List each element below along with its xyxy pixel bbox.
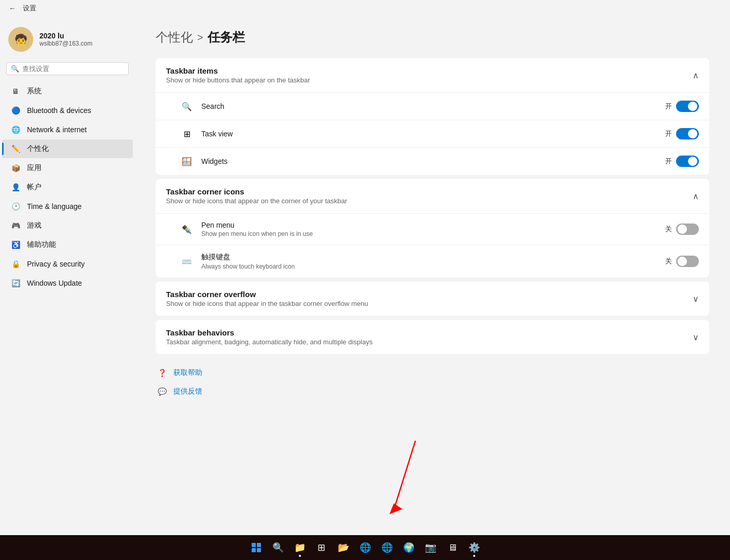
- toggle-thumb-widgets: [688, 157, 697, 166]
- section-taskbar-behaviors: Taskbar behaviors Taskbar alignment, bad…: [156, 320, 709, 354]
- search-icon: 🔍: [11, 65, 19, 73]
- content-area: 个性化 > 任务栏 Taskbar items Show or hide but…: [135, 17, 730, 535]
- setting-right-search: 开: [665, 101, 699, 112]
- section-header-taskbar-items[interactable]: Taskbar items Show or hide buttons that …: [156, 58, 709, 92]
- section-header-taskbar-behaviors[interactable]: Taskbar behaviors Taskbar alignment, bad…: [156, 320, 709, 354]
- help-links: ❓ 获取帮助 💬 提供反馈: [156, 367, 709, 398]
- section-taskbar-items: Taskbar items Show or hide buttons that …: [156, 58, 709, 175]
- sidebar-item-update[interactable]: 🔄 Windows Update: [2, 274, 133, 292]
- taskbar-btn-file-explorer[interactable]: 📂: [333, 537, 354, 558]
- toggle-thumb-pen-menu: [678, 225, 687, 234]
- help-link-feedback[interactable]: 💬 提供反馈: [156, 385, 709, 398]
- taskbar-btn-browser-edge[interactable]: 🌐: [355, 537, 376, 558]
- sidebar-item-apps[interactable]: 📦 应用: [2, 159, 133, 177]
- taskbar-btn-app1[interactable]: 🌍: [398, 537, 419, 558]
- sections-container: Taskbar items Show or hide buttons that …: [156, 58, 709, 354]
- help-label-get-help: 获取帮助: [173, 368, 202, 377]
- toggle-label-search: 开: [665, 102, 672, 111]
- toggle-taskview[interactable]: [676, 128, 699, 139]
- toggle-label-taskview: 开: [665, 129, 672, 138]
- sidebar-item-bluetooth[interactable]: 🔵 Bluetooth & devices: [2, 101, 133, 120]
- toggle-thumb-touch-keyboard: [678, 257, 687, 266]
- toggle-label-pen-menu: 关: [665, 225, 672, 234]
- taskbar-btn-files-active[interactable]: 📁: [290, 537, 310, 558]
- taskbar-icon-chrome: 🌐: [381, 542, 393, 553]
- search-box[interactable]: 🔍: [6, 62, 129, 75]
- sidebar: 🧒 2020 lu wslbb87@163.com 🔍 🖥 系统 🔵 Bluet…: [0, 17, 135, 535]
- setting-icon-widgets: 🪟: [181, 155, 193, 167]
- back-button[interactable]: ←: [6, 2, 19, 15]
- nav-icon-gaming: 🎮: [10, 220, 21, 231]
- user-profile: 🧒 2020 lu wslbb87@163.com: [0, 21, 135, 62]
- toggle-touch-keyboard[interactable]: [676, 256, 699, 267]
- setting-right-taskview: 开: [665, 128, 699, 139]
- nav-icon-personalization: ✏️: [10, 144, 21, 154]
- nav-label-accounts: 帐户: [27, 183, 42, 192]
- section-subtitle-taskbar-corner-icons: Show or hide icons that appear on the co…: [166, 197, 347, 205]
- taskbar-icon-browser-edge: 🌐: [360, 542, 371, 553]
- nav-icon-system: 🖥: [10, 86, 21, 96]
- section-body-taskbar-corner-icons: ✒️ Pen menu Show pen menu icon when pen …: [156, 213, 709, 277]
- nav-icon-apps: 📦: [10, 163, 21, 173]
- windows-logo-icon: [252, 543, 261, 552]
- taskbar-btn-settings-app[interactable]: ⚙️: [464, 537, 485, 558]
- setting-text-touch-keyboard: 触摸键盘 Always show touch keyboard icon: [201, 253, 659, 270]
- breadcrumb-parent: 个性化: [156, 29, 193, 46]
- toggle-thumb-search: [688, 102, 697, 111]
- user-info: 2020 lu wslbb87@163.com: [39, 32, 92, 47]
- sidebar-item-privacy[interactable]: 🔒 Privacy & security: [2, 255, 133, 273]
- section-header-taskbar-corner-overflow[interactable]: Taskbar corner overflow Show or hide ico…: [156, 282, 709, 316]
- toggle-pen-menu[interactable]: [676, 223, 699, 235]
- setting-row-widgets: 🪟 Widgets 开: [156, 147, 709, 175]
- section-body-taskbar-items: 🔍 Search 开 ⊞ Task view 开: [156, 92, 709, 175]
- taskbar-icon-search: 🔍: [272, 542, 284, 553]
- user-name: 2020 lu: [39, 32, 92, 40]
- section-subtitle-taskbar-corner-overflow: Show or hide icons that appear in the ta…: [166, 300, 368, 307]
- setting-label-taskview: Task view: [201, 130, 659, 138]
- taskbar-icon-app3: 🖥: [448, 542, 457, 553]
- nav-icon-accessibility: ♿: [10, 240, 21, 250]
- toggle-search[interactable]: [676, 101, 699, 112]
- taskbar-btn-app3[interactable]: 🖥: [442, 537, 463, 558]
- section-title-taskbar-corner-overflow: Taskbar corner overflow: [166, 290, 368, 299]
- chevron-taskbar-corner-icons: ∧: [693, 191, 699, 201]
- setting-label-pen-menu: Pen menu: [201, 221, 659, 229]
- taskbar-btn-search[interactable]: 🔍: [268, 537, 288, 558]
- toggle-label-widgets: 开: [665, 157, 672, 166]
- sidebar-item-accessibility[interactable]: ♿ 辅助功能: [2, 235, 133, 254]
- section-header-left-taskbar-items: Taskbar items Show or hide buttons that …: [166, 66, 310, 84]
- nav-icon-update: 🔄: [10, 278, 21, 288]
- setting-text-search: Search: [201, 102, 659, 110]
- help-link-get-help[interactable]: ❓ 获取帮助: [156, 367, 709, 379]
- nav-label-network: Network & internet: [27, 125, 87, 134]
- setting-label-touch-keyboard: 触摸键盘: [201, 253, 659, 262]
- sidebar-item-system[interactable]: 🖥 系统: [2, 82, 133, 101]
- breadcrumb-current: 任务栏: [208, 29, 245, 46]
- taskbar-btn-app2[interactable]: 📷: [420, 537, 441, 558]
- nav-label-privacy: Privacy & security: [27, 260, 85, 268]
- search-input[interactable]: [22, 65, 124, 73]
- chevron-taskbar-behaviors: ∨: [693, 332, 699, 342]
- sidebar-item-gaming[interactable]: 🎮 游戏: [2, 216, 133, 235]
- help-icon-get-help: ❓: [156, 367, 168, 379]
- chevron-taskbar-corner-overflow: ∨: [693, 294, 699, 304]
- taskbar-btn-start[interactable]: [246, 537, 267, 558]
- nav-label-personalization: 个性化: [27, 144, 49, 153]
- setting-icon-search: 🔍: [181, 100, 193, 113]
- taskbar-btn-chrome[interactable]: 🌐: [377, 537, 397, 558]
- nav-label-system: 系统: [27, 87, 42, 96]
- main-layout: 🧒 2020 lu wslbb87@163.com 🔍 🖥 系统 🔵 Bluet…: [0, 17, 730, 535]
- section-header-taskbar-corner-icons[interactable]: Taskbar corner icons Show or hide icons …: [156, 179, 709, 213]
- taskbar-center: 🔍📁⊞📂🌐🌐🌍📷🖥⚙️: [246, 537, 485, 558]
- taskbar-btn-widgets-tb[interactable]: ⊞: [311, 537, 332, 558]
- sidebar-item-network[interactable]: 🌐 Network & internet: [2, 120, 133, 139]
- sidebar-item-accounts[interactable]: 👤 帐户: [2, 178, 133, 197]
- sidebar-item-time[interactable]: 🕐 Time & language: [2, 197, 133, 216]
- nav-label-apps: 应用: [27, 163, 42, 173]
- sidebar-item-personalization[interactable]: ✏️ 个性化: [2, 139, 133, 158]
- nav-icon-network: 🌐: [10, 124, 21, 135]
- section-taskbar-corner-icons: Taskbar corner icons Show or hide icons …: [156, 179, 709, 277]
- setting-icon-taskview: ⊞: [181, 128, 193, 140]
- toggle-widgets[interactable]: [676, 156, 699, 167]
- setting-text-taskview: Task view: [201, 130, 659, 138]
